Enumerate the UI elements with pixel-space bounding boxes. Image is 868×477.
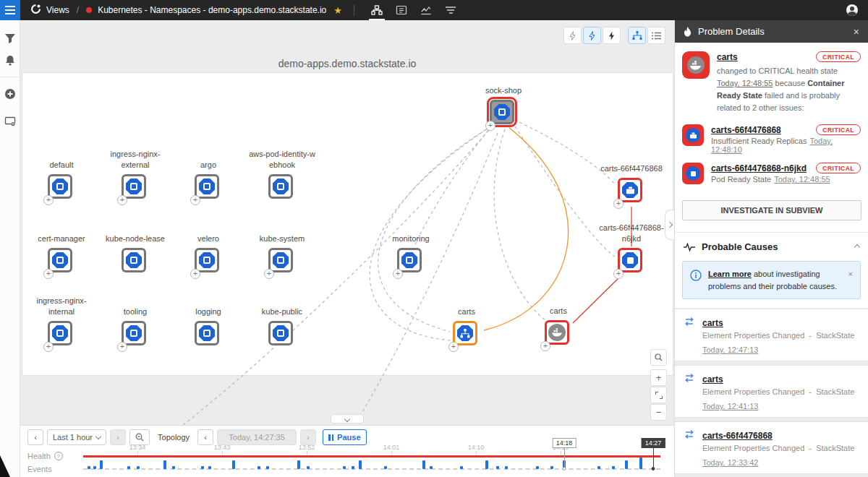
topology-node-carts-66f4476868-n6jkd[interactable]: +carts-66f4476868-n6jkd [618, 248, 645, 275]
topology-node-cert-manager[interactable]: +cert-manager [48, 248, 75, 275]
info-close-icon[interactable]: × [848, 268, 853, 292]
views-link[interactable]: Views [46, 5, 69, 15]
add-component-icon[interactable] [0, 83, 20, 105]
probable-cause-item[interactable]: carts-66f4476868Element Properties Chang… [675, 421, 868, 474]
event-bar[interactable] [343, 466, 346, 469]
problems-all-button[interactable] [603, 27, 621, 44]
topology-node-argo[interactable]: +argo [195, 174, 222, 202]
topology-node-ingress-nginx-external[interactable]: +ingress-nginx-external [122, 174, 149, 202]
tab-topology[interactable] [366, 0, 388, 20]
playhead-marker[interactable]: 14:27 [642, 438, 665, 448]
filter-icon[interactable] [0, 27, 20, 49]
topology-node-sock-shop[interactable]: +sock-shop [490, 100, 517, 127]
group-topology-button[interactable] [628, 27, 646, 44]
problems-active-button[interactable] [583, 27, 601, 44]
event-bar[interactable] [307, 466, 310, 469]
close-icon[interactable]: × [854, 26, 859, 38]
current-time-button[interactable]: Today, 14:27:35 [217, 429, 297, 445]
issue-name-link[interactable]: carts-66f4476868 [711, 125, 781, 135]
expand-plus-badge[interactable]: + [43, 269, 54, 279]
menu-button[interactable] [0, 0, 20, 20]
expand-plus-badge[interactable]: + [613, 269, 624, 279]
issue-time-link[interactable]: Today, 12:48:55 [774, 175, 830, 184]
notifications-bell-icon[interactable] [0, 49, 20, 71]
topology-node-ingress-nginx-internal[interactable]: +ingress-nginx-internal [48, 321, 75, 348]
selected-time-marker[interactable]: 14:18 [553, 438, 576, 448]
probable-causes-header[interactable]: Probable Causes [675, 232, 868, 259]
event-bar[interactable] [297, 460, 300, 469]
list-view-button[interactable] [647, 27, 665, 44]
range-back-button[interactable]: ‹ [27, 429, 43, 445]
zoom-in-button[interactable]: + [650, 369, 667, 386]
event-bar[interactable] [201, 466, 204, 469]
cause-name-link[interactable]: carts [702, 318, 723, 328]
topology-node-monitoring[interactable]: +monitoring [397, 248, 425, 275]
expand-plus-badge[interactable]: + [190, 269, 200, 279]
topology-node-default[interactable]: +default [48, 174, 75, 202]
time-range-dropdown[interactable]: Last 1 hour [47, 429, 106, 445]
timeline-collapse-handle[interactable] [331, 414, 364, 424]
event-bar[interactable] [172, 466, 175, 469]
tab-events[interactable] [440, 0, 461, 20]
health-line-critical[interactable] [83, 455, 660, 457]
expand-plus-badge[interactable]: + [448, 342, 459, 352]
expand-plus-badge[interactable]: + [190, 195, 200, 205]
topology-node-carts-66f4476868[interactable]: +carts-66f4476868 [618, 178, 645, 205]
event-bar[interactable] [460, 466, 463, 469]
event-bar[interactable] [612, 466, 615, 469]
event-bar[interactable] [536, 466, 539, 469]
topology-node-velero[interactable]: +velero [195, 248, 222, 275]
view-settings-icon[interactable] [0, 111, 20, 132]
tab-telemetry[interactable] [415, 0, 437, 20]
expand-plus-badge[interactable]: + [117, 195, 127, 205]
event-bar[interactable] [505, 466, 508, 469]
event-bar[interactable] [430, 466, 433, 469]
event-bar[interactable] [639, 457, 642, 469]
event-bar[interactable] [266, 466, 269, 469]
topology-node-logging[interactable]: logging [195, 321, 222, 348]
event-bar[interactable] [88, 466, 90, 469]
favorite-star-icon[interactable]: ★ [333, 5, 342, 16]
time-back-button[interactable]: ‹ [197, 429, 213, 445]
probable-cause-item[interactable]: cartsElement Properties Changed - StackS… [675, 365, 868, 418]
time-forward-button[interactable]: › [300, 429, 316, 445]
event-bar[interactable] [258, 466, 260, 469]
event-bar[interactable] [232, 460, 235, 469]
cause-name-link[interactable]: carts-66f4476868 [702, 431, 773, 441]
search-zoom-icon[interactable] [650, 349, 667, 366]
event-bar[interactable] [496, 466, 499, 469]
event-bar[interactable] [137, 466, 140, 469]
user-avatar[interactable] [846, 4, 858, 16]
zoom-fit-button[interactable] [650, 387, 667, 403]
event-bar[interactable] [127, 466, 130, 469]
zoom-out-button[interactable]: − [650, 404, 667, 421]
event-bar[interactable] [208, 466, 211, 469]
event-bar[interactable] [597, 466, 600, 469]
cause-time-link[interactable]: Today, 12:33:42 [702, 458, 758, 467]
expand-plus-badge[interactable]: + [485, 121, 495, 131]
learn-more-link[interactable]: Learn more [708, 270, 752, 278]
event-bar[interactable] [352, 466, 354, 469]
help-icon[interactable]: ? [54, 452, 63, 460]
investigate-in-subview-button[interactable]: INVESTIGATE IN SUBVIEW [682, 200, 861, 220]
event-bar[interactable] [93, 466, 96, 469]
chevron-up-icon[interactable] [854, 244, 860, 249]
probable-cause-item[interactable]: cartsElement Properties Changed - StackS… [675, 309, 868, 361]
event-bar[interactable] [485, 460, 488, 469]
topology-canvas[interactable]: demo-apps.demo.stackstate.io +default+in… [20, 20, 674, 425]
event-bar[interactable] [625, 460, 628, 469]
expand-plus-badge[interactable]: + [393, 269, 403, 279]
topology-node-tooling[interactable]: +tooling [122, 321, 149, 348]
event-bar[interactable] [359, 460, 362, 469]
topology-node-kube-node-lease[interactable]: kube-node-lease [122, 248, 149, 275]
problems-outline-button[interactable] [563, 27, 582, 44]
issue-name-link[interactable]: carts [717, 52, 738, 62]
topology-node-carts[interactable]: +carts [453, 321, 480, 348]
event-bar[interactable] [384, 466, 387, 469]
event-bar[interactable] [550, 466, 553, 469]
pause-button[interactable]: Pause [323, 429, 366, 445]
zoom-out-range-button[interactable] [129, 429, 150, 445]
topology-node-carts[interactable]: +carts [545, 320, 572, 348]
event-bar[interactable] [100, 460, 103, 469]
cause-time-link[interactable]: Today, 12:41:13 [702, 402, 758, 411]
